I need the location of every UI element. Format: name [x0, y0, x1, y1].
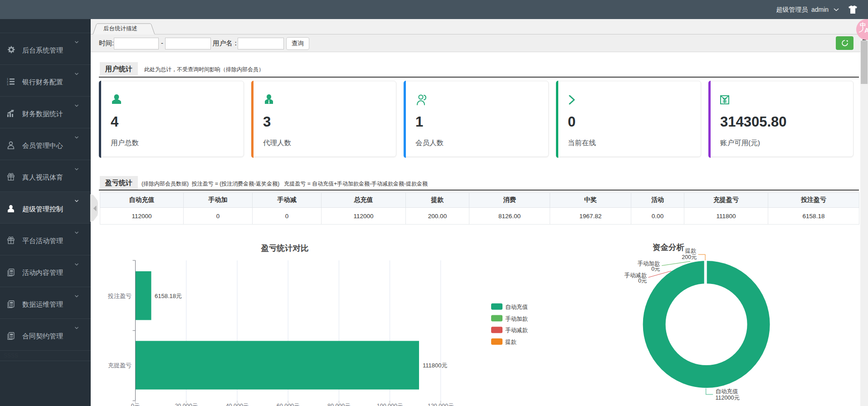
svg-text:盈亏统计对比: 盈亏统计对比 [261, 244, 309, 253]
svg-text:自动充值: 自动充值 [505, 304, 528, 310]
svg-text:100,000元: 100,000元 [377, 403, 403, 406]
svg-text:0元: 0元 [638, 278, 647, 284]
svg-text:0元: 0元 [131, 403, 140, 406]
svg-text:手动加款: 手动加款 [505, 316, 528, 322]
svg-text:0元: 0元 [651, 266, 660, 272]
svg-text:3: 3 [7, 83, 9, 86]
svg-text:提款: 提款 [685, 248, 697, 254]
svg-text:6158.18元: 6158.18元 [155, 293, 182, 299]
svg-text:充提盈亏: 充提盈亏 [108, 362, 132, 369]
svg-text:60,000元: 60,000元 [277, 403, 300, 406]
svg-text:40,000元: 40,000元 [226, 403, 249, 406]
svg-text:资金分析: 资金分析 [653, 243, 685, 252]
svg-text:提款: 提款 [505, 339, 517, 345]
svg-text:111800元: 111800元 [423, 362, 447, 369]
svg-text:112000元: 112000元 [716, 395, 740, 401]
svg-text:投注盈亏: 投注盈亏 [107, 293, 132, 299]
svg-text:200元: 200元 [682, 254, 697, 260]
svg-text:80,000元: 80,000元 [327, 403, 351, 406]
svg-text:手动减款: 手动减款 [505, 327, 528, 333]
svg-text:120,000元: 120,000元 [428, 403, 454, 406]
svg-text:自动充值: 自动充值 [716, 388, 738, 395]
svg-text:20,000元: 20,000元 [175, 403, 198, 406]
